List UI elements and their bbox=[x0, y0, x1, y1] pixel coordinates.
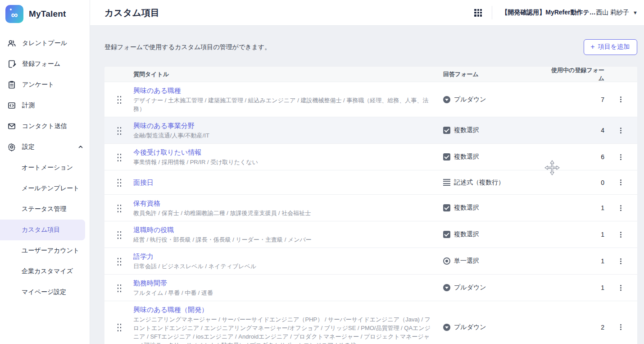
column-header-answer: 回答フォーム bbox=[443, 70, 546, 78]
sidebar-subitem[interactable]: マイページ設定 bbox=[0, 282, 90, 303]
brand-name: MyTalent bbox=[29, 9, 66, 19]
answer-type-icon bbox=[443, 257, 450, 265]
kebab-menu-icon[interactable] bbox=[618, 95, 623, 104]
drag-handle[interactable] bbox=[117, 283, 122, 293]
table-row: 興味のある事業分野 金融/製造流通/人事/不動産/IT 複数選択 4 bbox=[104, 117, 637, 143]
sidebar-item-form-edit[interactable]: 登録フォーム bbox=[0, 54, 90, 74]
row-usage-count: 0 bbox=[546, 179, 604, 186]
kebab-menu-icon[interactable] bbox=[618, 322, 623, 332]
sidebar-item-mail[interactable]: コンタクト送信 bbox=[0, 116, 90, 137]
company-name[interactable]: 【開発確認用】MyRefer動作テ… bbox=[501, 9, 587, 17]
row-subtitle: 経営 / 執行役・部長級 / 課長・係長級 / リーダー・主査級 / メンバー bbox=[133, 235, 432, 244]
sidebar-item-label: 設定 bbox=[22, 143, 78, 151]
row-usage-count: 1 bbox=[546, 204, 604, 211]
kebab-menu-icon[interactable] bbox=[618, 230, 623, 239]
sidebar-item-label: マイページ設定 bbox=[22, 288, 83, 296]
table-row: 面接日 記述式（複数行） 0 bbox=[104, 170, 637, 194]
row-title-link[interactable]: 面接日 bbox=[133, 178, 432, 188]
row-title-link[interactable]: 語学力 bbox=[133, 252, 432, 261]
sidebar-settings-subnav: オートメーション メールテンプレート ステータス管理 カスタム項目 ユーザーアカ… bbox=[0, 157, 90, 303]
row-subtitle: フルタイム / 早番 / 中番 / 遅番 bbox=[133, 289, 432, 297]
row-subtitle: デザイナー / 土木施工管理 / 建築施工管理 / 組込みエンジニア / 建設機… bbox=[133, 96, 432, 113]
app-grid-icon[interactable] bbox=[474, 9, 482, 17]
kebab-menu-icon[interactable] bbox=[618, 257, 623, 266]
drag-handle[interactable] bbox=[117, 126, 122, 135]
sidebar-item-gear[interactable]: 設定 bbox=[0, 137, 90, 157]
drag-handle[interactable] bbox=[117, 230, 122, 239]
answer-type-label: 記述式（複数行） bbox=[454, 179, 504, 187]
sidebar-item-survey-clipboard[interactable]: アンケート bbox=[0, 74, 90, 95]
row-title-link[interactable]: 興味のある事業分野 bbox=[133, 121, 432, 131]
custom-fields-table: 質問タイトル 回答フォーム 使用中の登録フォーム 興味のある職種 デザイナー /… bbox=[104, 67, 637, 344]
answer-type-label: プルダウン bbox=[454, 323, 486, 331]
row-subtitle: 日常会話 / ビジネスレベル / ネイティブレベル bbox=[133, 262, 432, 271]
kebab-menu-icon[interactable] bbox=[618, 126, 623, 135]
user-name: 西山 莉紗子 bbox=[596, 9, 629, 17]
user-menu[interactable]: 西山 莉紗子 ▼ bbox=[596, 9, 638, 17]
sidebar-item-label: ステータス管理 bbox=[22, 205, 83, 213]
sidebar-item-code-measure[interactable]: 計測 bbox=[0, 95, 90, 116]
chevron-up-icon bbox=[78, 144, 83, 150]
gear-icon bbox=[7, 142, 16, 151]
mytalent-logo-icon: ∞ bbox=[5, 5, 23, 23]
answer-type-label: 複数選択 bbox=[454, 153, 479, 161]
kebab-menu-icon[interactable] bbox=[618, 203, 623, 213]
drag-handle[interactable] bbox=[117, 95, 122, 104]
answer-type-icon bbox=[443, 324, 450, 331]
answer-type-icon bbox=[443, 284, 450, 291]
sidebar-item-people[interactable]: タレントプール bbox=[0, 33, 90, 54]
topbar: カスタム項目 【開発確認用】MyRefer動作テ… 西山 莉紗子 ▼ bbox=[90, 0, 644, 26]
sidebar-subitem[interactable]: カスタム項目 bbox=[0, 220, 85, 240]
row-subtitle: エンジニアリングマネージャー / サーバーーサイドエンジニア（PHP） / サー… bbox=[133, 315, 432, 344]
column-header-title: 質問タイトル bbox=[133, 70, 443, 78]
sidebar-subitem[interactable]: メールテンプレート bbox=[0, 178, 90, 199]
row-title-link[interactable]: 勤務時間帯 bbox=[133, 278, 432, 288]
sidebar-subitem[interactable]: ユーザーアカウント bbox=[0, 240, 90, 261]
table-row: 興味のある職種（開発） エンジニアリングマネージャー / サーバーーサイドエンジ… bbox=[104, 301, 637, 344]
add-item-button-label: 項目を追加 bbox=[598, 43, 630, 51]
row-title-link[interactable]: 興味のある職種 bbox=[133, 86, 432, 96]
row-usage-count: 1 bbox=[546, 231, 604, 238]
sidebar-subitem[interactable]: ステータス管理 bbox=[0, 199, 90, 220]
sidebar-item-label: アンケート bbox=[22, 81, 83, 89]
sidebar-item-label: メールテンプレート bbox=[22, 184, 83, 193]
answer-type-label: プルダウン bbox=[454, 96, 486, 104]
mail-icon bbox=[7, 122, 16, 131]
row-title-link[interactable]: 退職時の役職 bbox=[133, 225, 432, 235]
content-head: 登録フォームで使用するカスタム項目の管理ができます。 + 項目を追加 bbox=[104, 39, 637, 55]
drag-handle[interactable] bbox=[117, 257, 122, 266]
topbar-right: 【開発確認用】MyRefer動作テ… 西山 莉紗子 ▼ bbox=[474, 6, 638, 19]
sidebar-nav: タレントプール 登録フォーム アンケート 計測 コンタクト送信 設定 bbox=[0, 28, 90, 157]
form-edit-icon bbox=[7, 60, 16, 69]
answer-type-label: プルダウン bbox=[454, 284, 486, 292]
row-title-link[interactable]: 保有資格 bbox=[133, 198, 432, 208]
answer-type-label: 複数選択 bbox=[454, 126, 479, 134]
sidebar-item-label: コンタクト送信 bbox=[22, 122, 83, 130]
drag-handle[interactable] bbox=[117, 178, 122, 187]
table-row: 勤務時間帯 フルタイム / 早番 / 中番 / 遅番 プルダウン 1 bbox=[104, 274, 637, 301]
table-row: 今後受け取りたい情報 事業情報 / 採用情報 / PR/IR / 受け取りたくな… bbox=[104, 143, 637, 170]
answer-type-icon bbox=[443, 231, 450, 238]
main-area: カスタム項目 【開発確認用】MyRefer動作テ… 西山 莉紗子 ▼ 登録フォー… bbox=[90, 0, 644, 344]
drag-handle[interactable] bbox=[117, 152, 122, 162]
drag-handle[interactable] bbox=[117, 322, 122, 332]
kebab-menu-icon[interactable] bbox=[618, 283, 623, 293]
add-item-button[interactable]: + 項目を追加 bbox=[584, 39, 637, 55]
answer-type-label: 単一選択 bbox=[454, 257, 479, 265]
sidebar-item-label: タレントプール bbox=[22, 39, 83, 47]
sidebar-subitem[interactable]: オートメーション bbox=[0, 157, 90, 178]
table-row: 興味のある職種 デザイナー / 土木施工管理 / 建築施工管理 / 組込みエンジ… bbox=[104, 82, 637, 117]
kebab-menu-icon[interactable] bbox=[618, 178, 623, 187]
content: 登録フォームで使用するカスタム項目の管理ができます。 + 項目を追加 質問タイト… bbox=[90, 26, 644, 344]
kebab-menu-icon[interactable] bbox=[618, 152, 623, 162]
row-usage-count: 6 bbox=[546, 153, 604, 161]
sidebar-item-label: ユーザーアカウント bbox=[22, 247, 83, 255]
sidebar-subitem[interactable]: 企業カスタマイズ bbox=[0, 261, 90, 282]
plus-icon: + bbox=[590, 43, 594, 50]
row-title-link[interactable]: 興味のある職種（開発） bbox=[133, 305, 432, 315]
row-usage-count: 2 bbox=[546, 324, 604, 331]
drag-handle[interactable] bbox=[117, 203, 122, 213]
row-title-link[interactable]: 今後受け取りたい情報 bbox=[133, 147, 432, 157]
answer-type-icon bbox=[443, 96, 450, 103]
row-usage-count: 7 bbox=[546, 96, 604, 103]
